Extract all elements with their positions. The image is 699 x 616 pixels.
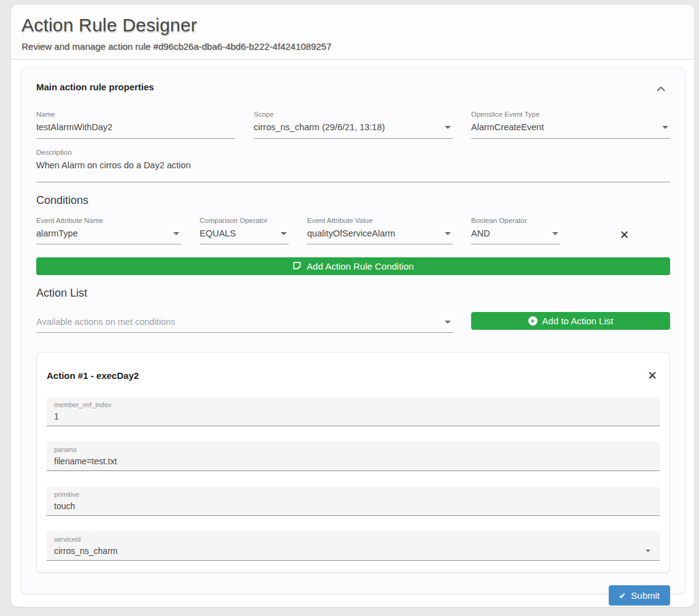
dropdown-arrow-icon [445,126,451,129]
name-label: Name [36,111,235,119]
submit-row: ✔ Submit [36,585,670,606]
main-properties-panel: Main action rule properties Name testAla… [21,68,685,593]
conditions-heading: Conditions [36,194,670,207]
available-actions-select[interactable]: Available actions on met conditions [36,313,453,333]
dropdown-arrow-icon [662,126,668,129]
member-vnf-index-value: 1 [54,411,59,421]
submit-label: Submit [631,590,660,601]
comparison-operator-value: EQUALS [200,228,236,240]
event-attribute-value-select[interactable]: Event Attribute Value qualityOfServiceAl… [307,217,453,245]
remove-action-icon[interactable]: ✕ [647,370,657,381]
add-to-action-list-button[interactable]: + Add to Action List [471,312,670,330]
primitive-value: touch [54,501,75,511]
event-attribute-name-value: alarmType [36,228,78,240]
description-label: Description [36,149,670,157]
check-icon: ✔ [619,591,627,600]
member-vnf-index-label: member_vnf_index [54,401,652,409]
description-value: When Alarm on cirros do a Day2 action [36,160,190,172]
dropdown-arrow-icon [646,550,650,552]
dropdown-arrow-icon [445,321,451,324]
page-subtitle: Review and manage action rule #d96cb26a-… [21,41,684,52]
dropdown-arrow-icon [552,232,558,235]
event-attribute-value-label: Event Attribute Value [307,217,453,225]
description-field[interactable]: Description When Alarm on cirros do a Da… [36,149,670,182]
dropdown-arrow-icon [173,232,179,235]
member-vnf-index-field[interactable]: member_vnf_index 1 [47,397,660,426]
event-type-select[interactable]: Openslice Event Type AlarmCreateEvent [471,111,670,139]
event-attribute-value-value: qualityOfServiceAlarm [307,228,395,240]
collapse-chevron-icon[interactable] [654,82,668,95]
dropdown-arrow-icon [445,232,451,235]
scope-select[interactable]: Scope cirros_ns_charm (29/6/21, 13:18) [254,111,453,139]
primitive-label: primitive [54,491,652,499]
serviceid-label: serviceid [54,536,652,544]
boolean-operator-label: Boolean Operator [471,217,560,225]
action-card-header: Action #1 - execDay2 ✕ [47,362,660,381]
page-title: Action Rule Designer [21,15,684,36]
panel-head: Main action rule properties [36,82,670,95]
primitive-field[interactable]: primitive touch [47,486,660,516]
scope-label: Scope [254,111,453,119]
event-type-value: AlarmCreateEvent [471,122,544,134]
name-field[interactable]: Name testAlarmWithDay2 [36,111,235,139]
scope-value: cirros_ns_charm (29/6/21, 13:18) [254,122,385,134]
available-actions-placeholder: Available actions on met conditions [36,316,175,329]
dropdown-arrow-icon [281,232,287,235]
boolean-operator-select[interactable]: Boolean Operator AND [471,217,560,245]
action-card: Action #1 - execDay2 ✕ member_vnf_index … [36,352,670,573]
properties-row: Name testAlarmWithDay2 Scope cirros_ns_c… [36,111,670,139]
page-header: Action Rule Designer Review and manage a… [11,5,694,60]
boolean-operator-value: AND [471,228,490,240]
close-icon: ✕ [620,229,630,241]
plus-circle-icon: + [528,316,537,326]
submit-button[interactable]: ✔ Submit [609,585,670,606]
panel-heading: Main action rule properties [36,82,154,92]
name-value: testAlarmWithDay2 [36,122,112,134]
params-label: params [54,446,652,454]
event-attribute-name-label: Event Attribute Name [36,217,181,225]
event-attribute-name-select[interactable]: Event Attribute Name alarmType [36,217,181,245]
add-to-action-list-label: Add to Action List [542,316,614,326]
params-field[interactable]: params filename=test.txt [47,442,660,471]
action-list-heading: Action List [36,287,670,300]
serviceid-select[interactable]: serviceid cirros_ns_charm [47,531,660,561]
action-list-row: Available actions on met conditions + Ad… [36,312,670,333]
page-body: Main action rule properties Name testAla… [11,60,694,593]
note-add-icon [292,261,302,272]
add-condition-label: Add Action Rule Condition [307,261,413,271]
add-condition-button[interactable]: Add Action Rule Condition [36,257,670,275]
serviceid-value: cirros_ns_charm [54,546,117,556]
content-card: Action Rule Designer Review and manage a… [11,5,694,607]
action-card-title: Action #1 - execDay2 [47,370,139,381]
event-type-label: Openslice Event Type [471,111,670,119]
comparison-operator-label: Comparison Operator [200,217,289,225]
comparison-operator-select[interactable]: Comparison Operator EQUALS [200,217,289,245]
condition-row: Event Attribute Name alarmType Compariso… [36,217,670,245]
remove-condition-button[interactable]: ✕ [579,229,670,244]
params-value: filename=test.txt [54,456,117,466]
